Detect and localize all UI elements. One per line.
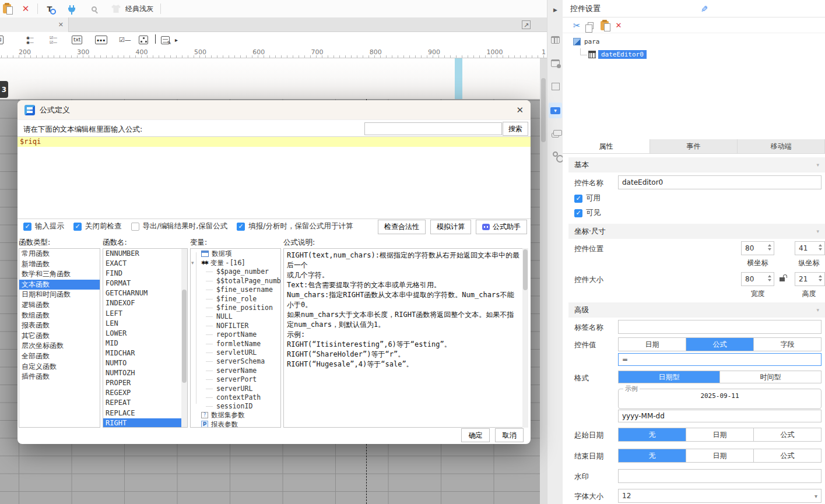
function-type-item[interactable]: 文本函数 bbox=[19, 280, 100, 290]
scrollbar-thumb[interactable] bbox=[182, 290, 187, 383]
formula-editor-line[interactable]: $riqi bbox=[17, 137, 531, 147]
clipped-widget-icon[interactable]: ⊞ bbox=[0, 34, 3, 45]
function-name-item[interactable]: PROPER bbox=[103, 378, 187, 388]
cell-style-button[interactable] bbox=[547, 83, 563, 90]
widget-value-option[interactable]: 公式 bbox=[686, 338, 753, 351]
connector-button[interactable] bbox=[65, 2, 79, 16]
variable-item[interactable]: formletName bbox=[191, 339, 280, 348]
widget-value-formula-input[interactable] bbox=[618, 353, 822, 366]
function-name-item[interactable]: MID bbox=[103, 339, 187, 348]
variable-item[interactable]: serverURL bbox=[191, 384, 280, 393]
description-scrollbar[interactable] bbox=[522, 248, 528, 428]
watermark-input[interactable] bbox=[618, 469, 822, 483]
font-size-select[interactable]: 12 ▾ bbox=[618, 489, 822, 503]
paste-button[interactable] bbox=[0, 2, 14, 16]
function-type-item[interactable]: 逻辑函数 bbox=[19, 300, 100, 311]
variable-item[interactable]: servletURL bbox=[191, 348, 280, 357]
end-date-option[interactable]: 无 bbox=[619, 449, 686, 462]
function-name-item[interactable]: INDEXOF bbox=[103, 298, 187, 308]
start-date-option[interactable]: 日期 bbox=[686, 428, 753, 441]
delete-button[interactable]: ✕ bbox=[19, 2, 33, 16]
function-name-item[interactable]: REPLACE bbox=[103, 408, 187, 418]
enabled-checkbox[interactable]: 可用 bbox=[574, 193, 601, 203]
function-name-item[interactable]: NUMTO bbox=[103, 358, 187, 368]
variable-item[interactable]: ▾✱✱变量 - [16] bbox=[191, 258, 280, 267]
condition-attributes-button[interactable] bbox=[547, 131, 563, 138]
widget-name-input[interactable] bbox=[618, 175, 822, 189]
variable-item[interactable]: reportName bbox=[191, 330, 280, 339]
check-validity-button[interactable]: 检查合法性 bbox=[378, 220, 426, 234]
variable-item[interactable]: sessionID bbox=[191, 402, 280, 411]
variable-item[interactable]: NULL bbox=[191, 312, 280, 321]
function-type-item[interactable]: 报表函数 bbox=[19, 320, 100, 331]
function-type-item[interactable]: 数组函数 bbox=[19, 311, 100, 321]
theme-button[interactable] bbox=[109, 2, 123, 16]
scrollbar-thumb[interactable] bbox=[523, 249, 528, 290]
popout-window-icon[interactable]: ↗ bbox=[522, 20, 531, 29]
end-date-option[interactable]: 公式 bbox=[753, 449, 821, 462]
height-spinner[interactable]: 21 bbox=[795, 272, 825, 286]
end-date-option[interactable]: 日期 bbox=[686, 449, 753, 462]
function-name-item[interactable]: LEN bbox=[103, 319, 187, 329]
document-tab[interactable]: ✕ bbox=[0, 17, 69, 32]
cancel-button[interactable]: 取消 bbox=[495, 428, 524, 442]
format-type-option[interactable]: 日期型 bbox=[619, 371, 719, 383]
row-group-tab[interactable]: 3 bbox=[0, 81, 8, 98]
function-name-item[interactable]: REGEXP bbox=[103, 388, 187, 398]
dialog-option-checkbox[interactable]: 填报/分析时，保留公式用于计算 bbox=[237, 221, 353, 231]
variable-item[interactable]: serverPort bbox=[191, 375, 280, 383]
copy-icon[interactable] bbox=[588, 22, 594, 29]
variable-item[interactable]: $fine_role bbox=[191, 294, 280, 303]
search-button[interactable]: 搜索 bbox=[503, 122, 528, 136]
function-name-item[interactable]: GETCHARNUM bbox=[103, 288, 187, 298]
variable-item[interactable]: NOFILTER bbox=[191, 321, 280, 330]
canvas-scrollbar[interactable] bbox=[540, 58, 547, 504]
function-type-item[interactable]: 插件函数 bbox=[19, 372, 100, 382]
start-date-option[interactable]: 无 bbox=[619, 428, 686, 441]
function-name-item[interactable]: ENNUMBER bbox=[103, 249, 187, 259]
radio-group-widget-button[interactable]: ◉— ◉— bbox=[26, 34, 34, 45]
variable-item[interactable]: serverName bbox=[191, 366, 280, 375]
panel-tab-1[interactable]: 事件 bbox=[650, 139, 738, 153]
search-disabled-button[interactable] bbox=[87, 2, 101, 16]
function-name-item[interactable]: FORMAT bbox=[103, 279, 187, 288]
panel-tab-0[interactable]: 属性 bbox=[563, 139, 650, 153]
tree-widget-button[interactable] bbox=[139, 34, 148, 45]
function-type-item[interactable]: 其它函数 bbox=[19, 331, 100, 341]
start-date-option[interactable]: 公式 bbox=[753, 428, 821, 441]
edit-pen-icon[interactable]: ✎ bbox=[701, 4, 708, 15]
widget-settings-button-active[interactable]: ▼ bbox=[549, 103, 562, 118]
variable-item[interactable]: $$page_number bbox=[191, 267, 280, 276]
function-type-item[interactable]: 全部函数 bbox=[19, 351, 100, 362]
position-x-spinner[interactable]: 80 bbox=[741, 241, 774, 255]
variable-item[interactable]: 数据项 bbox=[191, 249, 280, 258]
variable-item[interactable]: P报表参数 bbox=[191, 420, 280, 428]
scrollbar-thumb[interactable] bbox=[541, 78, 546, 142]
function-name-item[interactable]: REPEAT bbox=[103, 398, 187, 408]
format-pattern-input[interactable] bbox=[618, 410, 822, 422]
function-name-item[interactable]: NUMTOZH bbox=[103, 368, 187, 378]
dialog-close-icon[interactable]: ✕ bbox=[516, 105, 524, 115]
spinner-arrows-icon[interactable] bbox=[819, 244, 822, 251]
spinner-arrows-icon[interactable] bbox=[768, 244, 771, 251]
dialog-option-checkbox[interactable]: 输入提示 bbox=[23, 221, 64, 231]
cell-info-button[interactable] bbox=[547, 59, 563, 67]
widget-value-option[interactable]: 字段 bbox=[753, 338, 821, 351]
section-advanced[interactable]: 高级 ▾ bbox=[568, 302, 825, 318]
more-widgets-arrow-icon[interactable]: ▸ bbox=[175, 34, 178, 45]
function-name-item[interactable]: LEFT bbox=[103, 309, 187, 319]
spinner-arrows-icon[interactable] bbox=[768, 275, 771, 281]
visible-checkbox[interactable]: 可见 bbox=[574, 208, 601, 218]
format-type-option[interactable]: 时间型 bbox=[719, 371, 821, 383]
function-name-item[interactable]: FIND bbox=[103, 269, 187, 279]
variable-item[interactable]: contextPath bbox=[191, 393, 280, 401]
function-name-item[interactable]: RIGHT bbox=[103, 418, 187, 428]
formula-assistant-button[interactable]: 公式助手 bbox=[476, 220, 527, 234]
simulate-calc-button[interactable]: 模拟计算 bbox=[430, 220, 471, 234]
form-edit-button[interactable] bbox=[161, 34, 170, 45]
function-name-item[interactable]: EXACT bbox=[103, 259, 187, 269]
variable-item[interactable]: $fine_username bbox=[191, 286, 280, 294]
function-type-item[interactable]: 层次坐标函数 bbox=[19, 341, 100, 351]
ok-button[interactable]: 确定 bbox=[461, 428, 490, 442]
variable-item[interactable]: serverSchema bbox=[191, 357, 280, 366]
